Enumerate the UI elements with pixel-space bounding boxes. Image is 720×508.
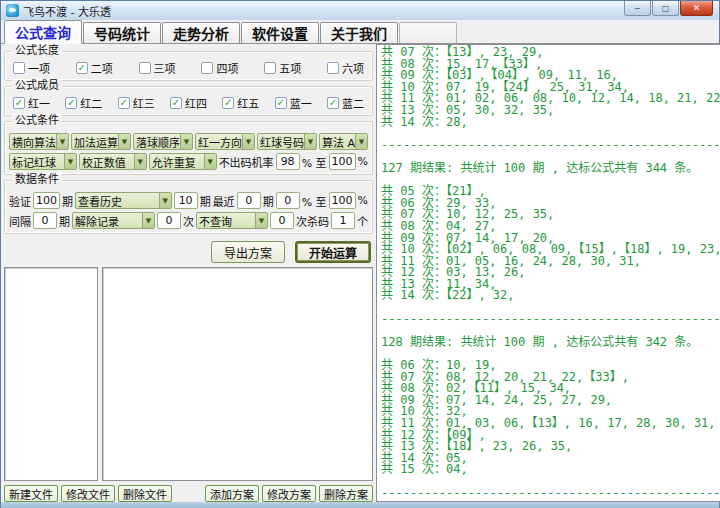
checkbox-option[interactable]: 四项 — [201, 60, 238, 76]
tab-strip-spacer — [399, 22, 457, 43]
checkbox-option[interactable]: 五项 — [264, 60, 301, 76]
export-plan-button[interactable]: 导出方案 — [211, 241, 285, 263]
window-title: 飞鸟不渡 - 大乐透 — [23, 3, 111, 19]
small-button[interactable]: 新建文件 — [4, 485, 58, 502]
dropdown[interactable]: 解除记录▼ — [72, 212, 155, 229]
checkbox[interactable]: ✓ — [65, 97, 77, 109]
field-label: % — [358, 194, 368, 207]
checkbox[interactable] — [139, 62, 151, 74]
checkbox[interactable]: ✓ — [13, 97, 25, 109]
checkbox-option[interactable]: 一项 — [13, 60, 50, 76]
chevron-down-icon[interactable]: ▼ — [159, 193, 171, 208]
dropdown[interactable]: 不查询▼ — [196, 212, 268, 229]
checkbox-option[interactable]: 三项 — [139, 60, 176, 76]
field-label: % 至 — [302, 154, 327, 170]
checkbox-option[interactable]: ✓红三 — [118, 95, 155, 111]
list-boxes — [4, 267, 373, 481]
checkbox[interactable]: ✓ — [275, 97, 287, 109]
close-button[interactable]: ✕ — [680, 1, 713, 16]
number-input[interactable]: 0 — [270, 212, 294, 229]
chevron-down-icon[interactable]: ▼ — [134, 154, 146, 169]
number-input[interactable]: 0 — [33, 212, 57, 229]
dropdown[interactable]: 算法 A▼ — [319, 133, 368, 150]
checkbox[interactable] — [264, 62, 276, 74]
dropdown[interactable]: 加法运算▼ — [71, 133, 131, 150]
number-input[interactable]: 0 — [237, 192, 261, 209]
dropdown[interactable]: 横向算法▼ — [9, 133, 69, 150]
checkbox[interactable]: ✓ — [118, 97, 130, 109]
checkbox[interactable]: ✓ — [327, 97, 339, 109]
dropdown-value: 红一方向 — [196, 134, 242, 150]
checkbox[interactable] — [13, 62, 25, 74]
checkbox-option[interactable]: ✓红一 — [13, 95, 50, 111]
tab[interactable]: 号码统计 — [83, 22, 161, 43]
number-input[interactable]: 0 — [157, 212, 181, 229]
number-input[interactable]: 100 — [329, 153, 356, 170]
dropdown[interactable]: 落球顺序▼ — [133, 133, 193, 150]
dropdown[interactable]: 标记红球▼ — [9, 153, 77, 170]
checkbox-option[interactable]: ✓二项 — [76, 60, 113, 76]
chevron-down-icon[interactable]: ▼ — [255, 213, 267, 228]
checkbox-option[interactable]: 六项 — [327, 60, 364, 76]
chevron-down-icon[interactable]: ▼ — [64, 154, 76, 169]
checkbox[interactable] — [327, 62, 339, 74]
number-input[interactable]: 10 — [174, 192, 198, 209]
plan-listbox[interactable] — [102, 267, 373, 481]
checkbox[interactable]: ✓ — [76, 62, 88, 74]
number-input[interactable]: 0 — [276, 192, 300, 209]
small-button[interactable]: 删除方案 — [319, 485, 373, 502]
tab[interactable]: 走势分析 — [162, 22, 240, 43]
tab[interactable]: 软件设置 — [241, 22, 319, 43]
chevron-down-icon[interactable]: ▼ — [180, 134, 192, 149]
field-label: % — [358, 155, 368, 168]
plan-button-group: 添加方案修改方案删除方案 — [205, 485, 373, 502]
start-calculation-button[interactable]: 开始运算 — [295, 241, 371, 263]
formula-conditions-row2: 标记红球▼校正数值▼允许重复▼不出码机率98% 至100% — [9, 153, 368, 170]
chevron-down-icon[interactable]: ▼ — [142, 213, 154, 228]
number-input[interactable]: 1 — [331, 212, 355, 229]
small-button[interactable]: 添加方案 — [205, 485, 259, 502]
small-button[interactable]: 删除文件 — [118, 485, 172, 502]
formula-length-options: 一项✓二项三项四项五项六项 — [9, 60, 368, 76]
chevron-down-icon[interactable]: ▼ — [118, 134, 130, 149]
formula-conditions-row1: 横向算法▼加法运算▼落球顺序▼红一方向▼红球号码▼算法 A▼ — [9, 133, 368, 150]
checkbox-option[interactable]: ✓蓝二 — [327, 95, 364, 111]
chevron-down-icon[interactable]: ▼ — [204, 154, 216, 169]
dropdown[interactable]: 允许重复▼ — [149, 153, 217, 170]
chevron-down-icon[interactable]: ▼ — [355, 134, 367, 149]
checkbox-label: 四项 — [216, 60, 238, 76]
small-button[interactable]: 修改文件 — [61, 485, 115, 502]
small-button[interactable]: 修改方案 — [262, 485, 316, 502]
dropdown-value: 校正数值 — [80, 154, 134, 170]
results-area[interactable]: 共 07 次：【13】, 23, 29, 共 08 次：15, 17,【33】,… — [376, 44, 720, 502]
checkbox-option[interactable]: ✓蓝一 — [275, 95, 312, 111]
chevron-down-icon[interactable]: ▼ — [56, 134, 68, 149]
field-label: 期 — [62, 193, 73, 209]
maximize-button[interactable]: ▢ — [652, 1, 679, 16]
checkbox-label: 蓝一 — [290, 95, 312, 111]
checkbox-option[interactable]: ✓红五 — [222, 95, 259, 111]
dropdown[interactable]: 校正数值▼ — [79, 153, 147, 170]
close-icon: ✕ — [693, 3, 701, 13]
minimize-button[interactable]: ─ — [624, 1, 651, 16]
dropdown[interactable]: 红球号码▼ — [257, 133, 317, 150]
chevron-down-icon[interactable]: ▼ — [242, 134, 254, 149]
field-label: 间隔 — [9, 213, 31, 229]
number-input[interactable]: 100 — [329, 192, 356, 209]
tab[interactable]: 公式查询 — [4, 20, 82, 44]
checkbox[interactable]: ✓ — [170, 97, 182, 109]
file-listbox[interactable] — [4, 267, 98, 481]
app-icon — [6, 4, 19, 17]
checkbox[interactable]: ✓ — [222, 97, 234, 109]
number-input[interactable]: 100 — [33, 192, 60, 209]
checkbox-option[interactable]: ✓红二 — [65, 95, 102, 111]
dropdown[interactable]: 查看历史▼ — [75, 192, 172, 209]
checkbox[interactable] — [201, 62, 213, 74]
dropdown-value: 横向算法 — [10, 134, 56, 150]
number-input[interactable]: 98 — [276, 153, 300, 170]
group-label: 公式成员 — [12, 80, 62, 92]
checkbox-option[interactable]: ✓红四 — [170, 95, 207, 111]
dropdown[interactable]: 红一方向▼ — [195, 133, 255, 150]
chevron-down-icon[interactable]: ▼ — [304, 134, 316, 149]
tab[interactable]: 关于我们 — [320, 22, 398, 43]
